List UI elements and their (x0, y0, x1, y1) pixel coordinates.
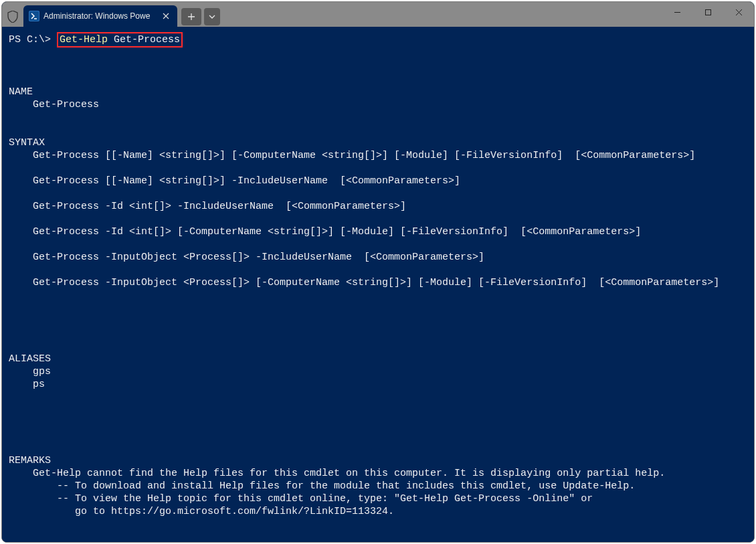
terminal-output[interactable]: PS C:\> Get-Help Get-Process NAME Get-Pr… (2, 27, 754, 542)
syntax-header: SYNTAX (9, 137, 45, 149)
titlebar-left: Administrator: Windows Powe (2, 5, 220, 27)
tab-title: Administrator: Windows Powe (43, 11, 156, 21)
new-tab-button[interactable] (181, 8, 201, 25)
svg-rect-3 (705, 9, 711, 15)
titlebar: Administrator: Windows Powe (2, 2, 754, 27)
name-value: Get-Process (9, 99, 99, 110)
window-controls (662, 2, 754, 27)
tab-actions (181, 8, 220, 25)
shield-icon (6, 10, 19, 23)
tab-dropdown-button[interactable] (204, 8, 220, 25)
powershell-icon (29, 11, 39, 21)
aliases-header: ALIASES (9, 353, 51, 365)
close-button[interactable] (723, 2, 754, 22)
maximize-button[interactable] (692, 2, 723, 22)
syntax-body: Get-Process [[-Name] <string[]>] [-Compu… (9, 149, 747, 289)
command-cmdlet: Get-Help (60, 34, 108, 46)
aliases-body: gps ps (9, 365, 747, 391)
prompt: PS C:\> (9, 34, 51, 46)
name-header: NAME (9, 86, 33, 98)
command-highlight: Get-Help Get-Process (57, 32, 183, 48)
tab-close-button[interactable] (160, 10, 172, 22)
tab-powershell[interactable]: Administrator: Windows Powe (23, 5, 177, 27)
remarks-header: REMARKS (9, 455, 51, 466)
minimize-button[interactable] (662, 2, 692, 22)
powershell-window: Administrator: Windows Powe (1, 1, 755, 543)
command-arg: Get-Process (114, 34, 180, 46)
remarks-body: Get-Help cannot find the Help files for … (9, 467, 747, 518)
